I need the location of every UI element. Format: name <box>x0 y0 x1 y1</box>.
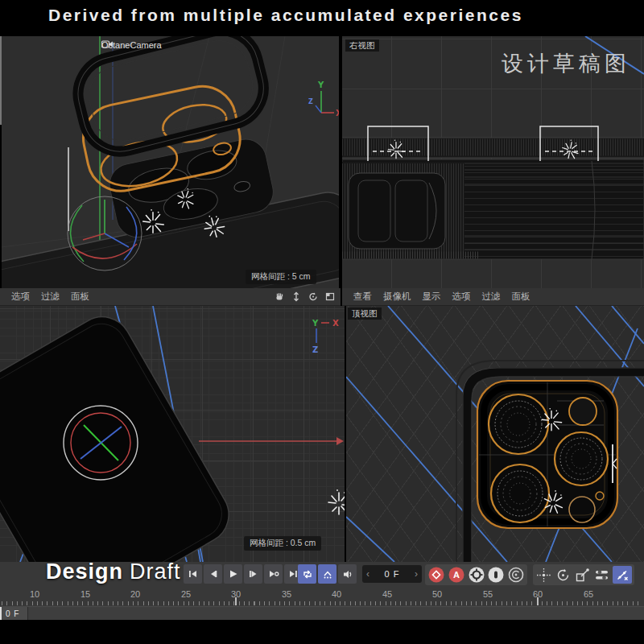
viewport-perspective[interactable]: Y X Z OctaneCamera 网格间距 : 5 cm <box>2 36 339 288</box>
menu-panel[interactable]: 面板 <box>512 291 530 303</box>
menu-filter[interactable]: 过滤 <box>41 291 60 303</box>
keyframe-track-button[interactable] <box>318 564 336 584</box>
ruler-tick-label: 15 <box>76 589 95 599</box>
keyframe-mode-controls <box>485 564 527 585</box>
ruler-tick-label: 55 <box>478 589 497 599</box>
record-keyframe-button[interactable] <box>427 566 445 584</box>
menu-filter[interactable]: 过滤 <box>482 291 501 303</box>
viewport-label-top[interactable]: 顶视图 <box>348 308 382 320</box>
record-controls: A <box>425 564 488 585</box>
next-key-button[interactable] <box>264 564 283 584</box>
ruler-tick-label: 25 <box>176 589 196 599</box>
viewport-top-view[interactable]: 顶视图 <box>346 306 644 562</box>
lens-bottom-left <box>491 464 549 522</box>
next-frame-button[interactable] <box>244 564 262 584</box>
design-draft-caption: DesignDraft <box>46 559 181 584</box>
position-keys-icon[interactable] <box>535 567 552 584</box>
playhead-frame-label: 0 F <box>6 609 19 618</box>
front-view-scene: Y X Z <box>0 306 345 562</box>
pla-keys-button[interactable] <box>613 566 632 584</box>
viewport-front-view[interactable]: Y X Z 网格间距 : 0.5 cm <box>0 306 345 562</box>
lens-right <box>555 432 608 485</box>
ruler-tick-label: 45 <box>378 589 397 599</box>
camera-label[interactable]: OctaneCamera <box>101 40 162 50</box>
top-view-scene <box>346 306 644 562</box>
axis-gizmo: Y X Z <box>312 319 339 354</box>
ruler-tick-label: 20 <box>126 589 145 599</box>
toggle-view-icon[interactable] <box>324 291 336 302</box>
c4d-app-window: Derived from multiple accumulated experi… <box>0 0 644 644</box>
play-button[interactable] <box>224 564 242 584</box>
mic-dot <box>596 492 604 500</box>
draft-word: Draft <box>130 559 181 584</box>
timeline-slider[interactable]: 0 F <box>0 606 644 620</box>
ruler-tick-label: 65 <box>579 589 598 599</box>
zoom-view-icon[interactable] <box>291 291 302 302</box>
grid-spacing-label: 网格间距 : 0.5 cm <box>244 536 321 551</box>
ruler-tickmarks <box>2 601 642 605</box>
major-tick <box>537 597 539 605</box>
svg-text:Z: Z <box>312 345 318 354</box>
flash-ring <box>569 398 597 425</box>
menu-panel[interactable]: 面板 <box>71 291 89 303</box>
frame-decrement-arrow[interactable]: ‹ <box>362 568 374 580</box>
goto-start-button[interactable] <box>184 564 202 584</box>
major-tick <box>235 597 237 605</box>
viewport-menubar-right-view: 查看 摄像机 显示 选项 过滤 面板 <box>342 288 644 306</box>
timeline-ruler[interactable]: 10 15 20 25 30 35 40 45 50 55 60 65 <box>0 588 644 606</box>
menu-display[interactable]: 显示 <box>423 291 441 303</box>
playback-mode-controls <box>298 564 357 584</box>
svg-text:Y: Y <box>317 80 324 89</box>
svg-text:X: X <box>332 319 339 328</box>
bottom-spacer <box>0 620 644 644</box>
ruler-tick-label: 50 <box>427 589 447 599</box>
current-frame-field[interactable]: ‹ 0 F › <box>362 565 422 583</box>
transport-controls <box>184 564 303 584</box>
sparkle-sketch <box>328 489 345 514</box>
parameter-keys-icon[interactable] <box>593 567 610 584</box>
menu-options[interactable]: 选项 <box>452 291 471 303</box>
x-axis-arrow <box>199 437 344 445</box>
menu-cameras[interactable]: 摄像机 <box>383 291 411 303</box>
loop-mode-button[interactable] <box>298 564 316 584</box>
cn-watermark: 设计草稿图 <box>502 49 630 78</box>
svg-text:Z: Z <box>308 98 313 105</box>
phone-silhouette <box>0 307 239 562</box>
perspective-scene: Y X Z <box>2 36 339 288</box>
camera-icon <box>101 40 114 48</box>
viewport-menubar-perspective: 选项 过滤 面板 <box>0 288 341 306</box>
current-frame-value: 0 F <box>374 569 411 579</box>
previous-frame-button[interactable] <box>204 564 222 584</box>
camera-block-wireframe <box>342 162 464 258</box>
menu-view[interactable]: 查看 <box>353 291 372 303</box>
viewport-right-view[interactable]: 右视图 设计草稿图 <box>342 36 644 288</box>
axis-gizmo: Y X Z <box>308 80 339 118</box>
sound-toggle-button[interactable] <box>338 564 357 584</box>
ruler-tick-label: 10 <box>25 589 44 599</box>
grid-spacing-label: 网格间距 : 5 cm <box>246 270 316 284</box>
svg-text:Y: Y <box>312 319 319 328</box>
svg-text:X: X <box>336 109 339 118</box>
ruler-tick-label: 40 <box>327 589 346 599</box>
playhead-mark <box>0 607 2 620</box>
scale-keys-icon[interactable] <box>574 567 591 584</box>
pan-view-icon[interactable] <box>274 291 285 302</box>
ruler-tick-label: 35 <box>277 589 296 599</box>
menu-options[interactable]: 选项 <box>11 291 30 303</box>
keying-settings-gear-icon[interactable] <box>468 566 485 584</box>
playhead-handle[interactable]: 0 F <box>0 607 28 620</box>
design-word: Design <box>46 559 123 584</box>
rotation-keys-icon[interactable] <box>555 567 572 584</box>
autokey-button[interactable]: A <box>448 566 465 584</box>
viewport-label-right[interactable]: 右视图 <box>345 39 379 52</box>
rotate-view-icon[interactable] <box>308 291 319 302</box>
lens-top-left <box>489 394 548 454</box>
keyframe-button[interactable] <box>487 566 505 584</box>
key-filter-controls <box>533 564 634 585</box>
svg-text:A: A <box>453 570 460 580</box>
frame-increment-arrow[interactable]: › <box>411 568 422 580</box>
page-title: Derived from multiple accumulated experi… <box>48 6 523 25</box>
motion-mode-button[interactable] <box>507 566 525 584</box>
